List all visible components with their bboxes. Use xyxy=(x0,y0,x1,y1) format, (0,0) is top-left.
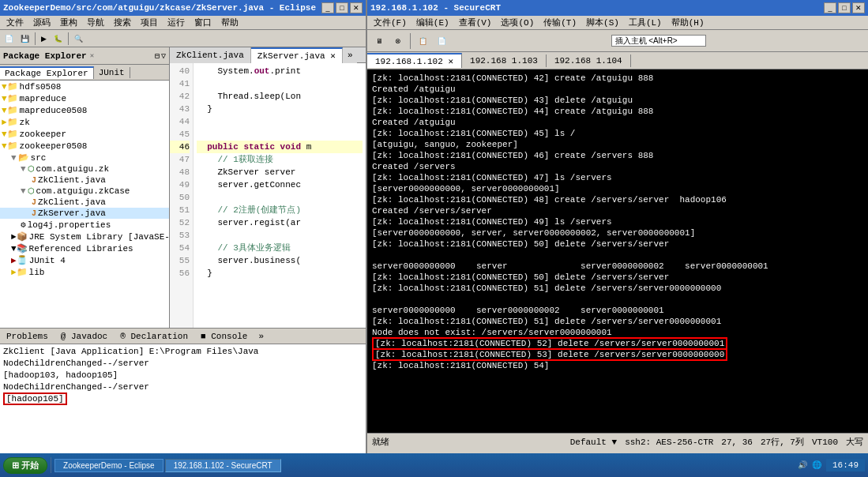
tab-package-explorer[interactable]: Package Explorer xyxy=(0,66,94,79)
toolbar-run-btn[interactable]: ▶ xyxy=(38,33,50,44)
menu-file[interactable]: 文件 xyxy=(2,15,28,30)
tree-item-zkserver[interactable]: J ZkServer.java xyxy=(0,208,169,219)
close-btn[interactable]: ✕ xyxy=(350,2,363,13)
terminal-line-12: [zk: localhost:2181(CONNECTED) 48] creat… xyxy=(372,194,863,205)
jar-icon-junit: ▶🫙 xyxy=(11,255,28,265)
toolbar-save-btn[interactable]: 💾 xyxy=(17,33,32,44)
maximize-btn[interactable]: □ xyxy=(336,2,348,13)
menu-project[interactable]: 项目 xyxy=(136,15,163,30)
code-line-46: public static void m xyxy=(197,141,363,153)
crt-toolbar-copy[interactable]: 📋 xyxy=(414,32,431,50)
terminal-line-7: [atguigu, sanguo, zookeeper] xyxy=(372,139,863,150)
jre-icon: ►📦 xyxy=(11,231,28,242)
editor-tab-zkserver[interactable]: ZkServer.java ✕ xyxy=(251,47,343,63)
tree-item-pkg-zk[interactable]: ▼ ⬡ com.atguigu.zk xyxy=(0,163,169,175)
minimize-btn[interactable]: _ xyxy=(321,2,334,13)
code-line-55: server.business( xyxy=(197,254,363,267)
tree-item-log4j[interactable]: ⚙ log4j.properties xyxy=(0,219,169,231)
crt-menu-options[interactable]: 选项(O) xyxy=(496,15,539,30)
tab-junit[interactable]: JUnit xyxy=(94,67,130,78)
pe-tab-bar: Package Explorer JUnit xyxy=(0,65,169,81)
securecrt-window: 192.168.1.102 - SecureCRT _ □ ✕ 文件(F) 编辑… xyxy=(367,0,868,453)
line-num-54: 54 xyxy=(170,242,190,254)
tab-console[interactable]: ■ Console xyxy=(194,331,254,342)
menu-source[interactable]: 源码 xyxy=(28,15,55,30)
crt-menu-file[interactable]: 文件(F) xyxy=(369,15,411,30)
crt-menu-script[interactable]: 脚本(S) xyxy=(581,15,624,30)
java-icon-zkserver: J xyxy=(32,209,36,218)
pe-menu-icon[interactable]: ▽ xyxy=(161,51,166,61)
pkg-icon-zkcase: ⬡ xyxy=(28,186,35,196)
taskbar-securecrt-item[interactable]: 192.168.1.102 - SecureCRT xyxy=(165,459,281,472)
crt-toolbar-paste[interactable]: 📄 xyxy=(433,32,450,50)
tree-item-reflibaries[interactable]: ▼📚 Referenced Libraries xyxy=(0,242,169,254)
start-button[interactable]: ⊞ 开始 xyxy=(3,457,47,474)
toolbar-sep2 xyxy=(68,32,69,45)
crt-menu-view[interactable]: 查看(V) xyxy=(454,15,497,30)
status-default: Default ▼ xyxy=(570,438,617,447)
crt-menu-tools[interactable]: 工具(L) xyxy=(624,15,667,30)
tree-item-zookeeper[interactable]: ▼📁 zookeeper xyxy=(0,128,169,140)
pe-collapse-icon[interactable]: ⊟ xyxy=(155,51,160,61)
toolbar-debug-btn[interactable]: 🐛 xyxy=(51,33,66,44)
menu-navigate[interactable]: 导航 xyxy=(82,15,109,30)
taskbar-eclipse-item[interactable]: ZookeeperDemo - Eclipse xyxy=(54,459,163,472)
code-line-44 xyxy=(197,115,363,128)
tree-item-mapreduce[interactable]: ▼📁 mapreduce xyxy=(0,92,169,104)
crt-menu-edit[interactable]: 编辑(E) xyxy=(411,15,454,30)
taskbar: ⊞ 开始 ZookeeperDemo - Eclipse 192.168.1.1… xyxy=(0,453,868,477)
terminal-line-27: [zk: localhost:2181(CONNECTED) 54] xyxy=(372,360,863,371)
terminal-highlight-53: [zk: localhost:2181(CONNECTED) 53] delet… xyxy=(372,350,727,361)
eclipse-title: ZookeeperDemo/src/com/atguigu/zkcase/ZkS… xyxy=(0,0,366,16)
terminal-line-3: [zk: localhost:2181(CONNECTED) 43] delet… xyxy=(372,95,863,106)
editor-tab-bar: ZkClient.java ZkServer.java ✕ » xyxy=(170,47,366,63)
terminal-line-4: [zk: localhost:2181(CONNECTED) 44] creat… xyxy=(372,106,863,117)
crt-tab-102[interactable]: 192.168.1.102 ✕ xyxy=(367,53,462,68)
crt-tab-104[interactable]: 192.168 1.104 xyxy=(547,54,631,67)
terminal[interactable]: [zk: localhost:2181(CONNECTED) 42] creat… xyxy=(367,69,868,433)
tab-problems[interactable]: Problems xyxy=(0,331,54,342)
tree-item-zkclient1[interactable]: J ZkClient.java xyxy=(0,175,169,186)
menu-window[interactable]: 窗口 xyxy=(190,15,216,30)
folder-icon-src: ▼ xyxy=(11,153,17,163)
tree-item-zkclient2[interactable]: J ZkClient.java xyxy=(0,197,169,208)
crt-menu-help[interactable]: 帮助(H) xyxy=(667,15,709,30)
menu-help[interactable]: 帮助 xyxy=(216,15,243,30)
toolbar-new-btn[interactable]: 📄 xyxy=(2,33,17,44)
tree-item-zookeeper0508[interactable]: ▼📁 zookeeper0508 xyxy=(0,140,169,152)
terminal-line-18: server0000000000 server server0000000002… xyxy=(372,261,863,272)
tree-label-mapreduce0508: mapreduce0508 xyxy=(20,106,88,115)
menu-run[interactable]: 运行 xyxy=(163,15,190,30)
tree-item-jre[interactable]: ►📦 JRE System Library [JavaSE-1.7] xyxy=(0,231,169,242)
tree-item-hdfs[interactable]: ▼📁 hdfs0508 xyxy=(0,81,169,92)
tree-item-pkg-zkcase[interactable]: ▼ ⬡ com.atguigu.zkCase xyxy=(0,186,169,197)
menu-search[interactable]: 搜索 xyxy=(109,15,136,30)
tree-item-src[interactable]: ▼ 📂 src xyxy=(0,152,169,163)
tab-javadoc[interactable]: @ Javadoc xyxy=(54,331,114,342)
menu-refactor[interactable]: 重构 xyxy=(55,15,82,30)
tab-more-btn[interactable]: » xyxy=(254,331,269,342)
line-num-43: 43 xyxy=(170,103,190,115)
crt-tab-103[interactable]: 192.168 1.103 xyxy=(462,54,547,67)
crt-close-btn[interactable]: ✕ xyxy=(852,2,865,13)
tree-item-lib[interactable]: ►📁 lib xyxy=(0,266,169,278)
line-numbers: 40 41 42 43 44 45 46 47 48 49 50 51 52 5… xyxy=(170,63,194,328)
tree-item-junit[interactable]: ▶🫙 JUnit 4 xyxy=(0,254,169,266)
crt-menu-transfer[interactable]: 传输(T) xyxy=(539,15,581,30)
crt-toolbar-disconnect[interactable]: ⊗ xyxy=(389,32,407,50)
crt-toolbar: 🖥 ⊗ 📋 📄 xyxy=(367,30,868,52)
editor-tab-more[interactable]: » xyxy=(343,47,358,63)
toolbar-search-btn[interactable]: 🔍 xyxy=(71,33,86,44)
terminal-line-23: [zk: localhost:2181(CONNECTED) 51] delet… xyxy=(372,316,863,327)
tab-declaration[interactable]: ® Declaration xyxy=(114,331,194,342)
crt-toolbar-connect[interactable]: 🖥 xyxy=(370,32,388,50)
pkg-arrow-zk: ▼ xyxy=(21,164,26,174)
terminal-line-19: [zk: localhost:2181(CONNECTED) 50] delet… xyxy=(372,272,863,283)
crt-minimize-btn[interactable]: _ xyxy=(824,2,836,13)
crt-host-input[interactable] xyxy=(611,35,706,47)
src-icon: 📂 xyxy=(18,152,29,163)
tree-item-mapreduce0508[interactable]: ▼📁 mapreduce0508 xyxy=(0,104,169,116)
tree-item-zk[interactable]: ►📁 zk xyxy=(0,116,169,128)
crt-maximize-btn[interactable]: □ xyxy=(838,2,851,13)
editor-tab-zkclient[interactable]: ZkClient.java xyxy=(170,47,251,63)
